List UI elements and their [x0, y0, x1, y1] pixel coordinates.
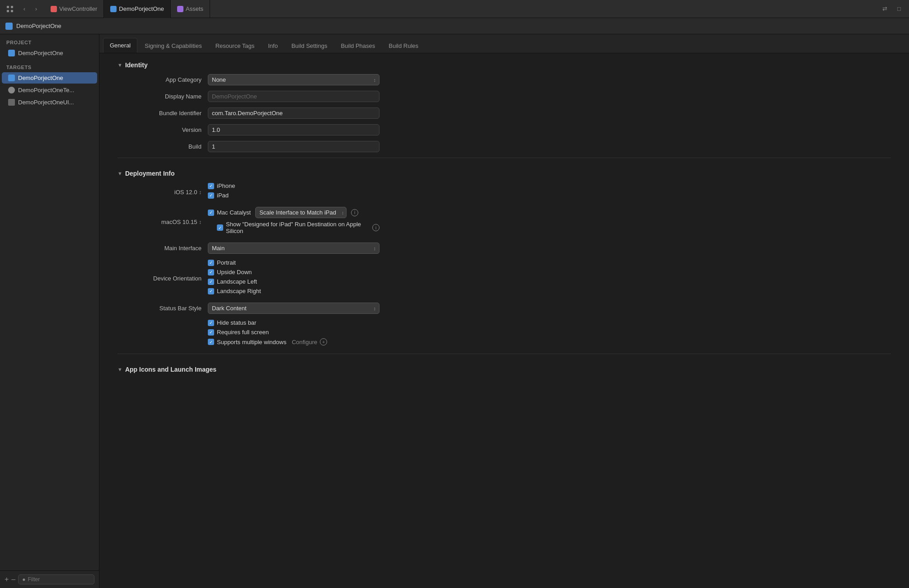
ios-devices-control: ✓ iPhone ✓ iPad [208, 182, 380, 201]
device-orientation-control: ✓ Portrait ✓ Upside Down ✓ Landscape Lef… [208, 259, 380, 297]
sidebar-target-2-label: DemoPorjectOneUI... [18, 99, 74, 106]
tab-demoporjectone[interactable]: DemoPorjectOne [104, 0, 171, 18]
hide-status-bar-control: ✓ Hide status bar ✓ Requires full screen… [208, 319, 380, 348]
main-interface-select[interactable]: Main LaunchScreen [208, 243, 380, 254]
hide-status-bar-row: ✓ Hide status bar ✓ Requires full screen… [117, 319, 891, 348]
scale-interface-wrapper: Scale Interface to Match iPad Optimize I… [253, 207, 347, 218]
tab-build-phases[interactable]: Build Phases [334, 39, 381, 53]
sidebar-bottom: + – ● [0, 570, 99, 588]
tab-build-settings[interactable]: Build Settings [285, 39, 334, 53]
status-bar-style-select[interactable]: Dark Content Default Light Content [208, 303, 380, 314]
deployment-section-header[interactable]: ▼ Deployment Info [117, 162, 891, 182]
tabs-bar: General Signing & Capabilities Resource … [99, 34, 909, 53]
sidebar-remove-button[interactable]: – [11, 575, 15, 583]
display-name-label: Display Name [117, 93, 208, 100]
sidebar-project-label: DemoPorjectOne [18, 50, 63, 56]
tab-assets[interactable]: Assets [171, 0, 210, 18]
tab-info[interactable]: Info [262, 39, 284, 53]
bundle-identifier-control [208, 107, 380, 119]
iphone-label: iPhone [217, 182, 235, 189]
main-interface-row: Main Interface Main LaunchScreen ↕ [117, 243, 891, 254]
sidebar-filter[interactable]: ● [18, 574, 94, 584]
iphone-row: ✓ iPhone [208, 182, 380, 189]
portrait-row: ✓ Portrait [208, 259, 380, 266]
tab-assets-icon [177, 6, 183, 12]
macos-control: ✓ Mac Catalyst Scale Interface to Match … [208, 207, 380, 237]
display-name-row: Display Name [117, 91, 891, 102]
swap-icon[interactable]: ⇄ [878, 3, 891, 15]
tab-signing[interactable]: Signing & Capabilities [138, 39, 208, 53]
main-interface-label: Main Interface [117, 245, 208, 252]
designed-for-ipad-label: Show "Designed for iPad" Run Destination… [226, 221, 368, 234]
sidebar: PROJECT DemoPorjectOne TARGETS DemoPorje… [0, 34, 99, 588]
scale-interface-select[interactable]: Scale Interface to Match iPad Optimize I… [255, 207, 347, 218]
forward-button[interactable]: › [31, 4, 42, 14]
deployment-divider [117, 354, 891, 354]
split-icon[interactable]: □ [893, 3, 905, 15]
sidebar-add-button[interactable]: + [5, 575, 9, 583]
mac-catalyst-row: ✓ Mac Catalyst Scale Interface to Match … [208, 207, 380, 218]
tab-assets-label: Assets [186, 5, 203, 12]
targets-section-header: TARGETS [0, 59, 99, 72]
designed-for-ipad-row: ✓ Show "Designed for iPad" Run Destinati… [208, 221, 380, 234]
project-section-header: PROJECT [0, 34, 99, 47]
app-header: DemoPorjectOne [0, 18, 909, 34]
iphone-checkbox[interactable]: ✓ [208, 183, 214, 189]
identity-section-header[interactable]: ▼ Identity [117, 53, 891, 74]
device-orientation-row: Device Orientation ✓ Portrait ✓ Upside D… [117, 259, 891, 297]
build-control [208, 141, 380, 152]
supports-multiple-windows-checkbox[interactable]: ✓ [208, 339, 214, 345]
hide-status-bar-check-row: ✓ Hide status bar [208, 319, 380, 326]
app-header-icon [5, 23, 13, 30]
tab-viewcontroller[interactable]: ViewController [44, 0, 104, 18]
configure-label: Configure [292, 339, 317, 345]
app-category-select[interactable]: None BusinessDeveloper ToolsEducation [208, 74, 380, 85]
ipad-label: iPad [217, 192, 229, 199]
app-icons-chevron: ▼ [117, 367, 122, 372]
landscape-right-checkbox[interactable]: ✓ [208, 288, 214, 294]
sidebar-item-target-2[interactable]: DemoPorjectOneUI... [2, 97, 97, 108]
designed-for-ipad-info-icon[interactable]: i [372, 224, 380, 231]
configure-circle-icon[interactable]: + [320, 338, 327, 345]
app-icons-title: App Icons and Launch Images [125, 366, 216, 373]
content-scroll: ▼ Identity App Category None BusinessDev… [99, 53, 909, 397]
requires-full-screen-checkbox[interactable]: ✓ [208, 329, 214, 336]
app-category-control: None BusinessDeveloper ToolsEducation ↕ [208, 74, 380, 85]
portrait-checkbox[interactable]: ✓ [208, 260, 214, 266]
app-category-row: App Category None BusinessDeveloper Tool… [117, 74, 891, 85]
status-bar-style-control: Dark Content Default Light Content ↕ [208, 303, 380, 314]
sidebar-item-target-1[interactable]: DemoPorjectOneTe... [2, 84, 97, 96]
sidebar-item-target-0[interactable]: DemoPorjectOne [2, 72, 97, 84]
display-name-control [208, 91, 380, 102]
landscape-right-label: Landscape Right [217, 288, 261, 294]
mac-catalyst-checkbox[interactable]: ✓ [208, 210, 214, 216]
designed-for-ipad-checkbox[interactable]: ✓ [217, 224, 223, 231]
version-input[interactable] [208, 124, 380, 135]
svg-rect-3 [11, 10, 13, 12]
upside-down-checkbox[interactable]: ✓ [208, 269, 214, 275]
app-category-select-wrapper: None BusinessDeveloper ToolsEducation ↕ [208, 74, 380, 85]
ipad-row: ✓ iPad [208, 192, 380, 199]
mac-catalyst-label: Mac Catalyst [217, 209, 251, 216]
version-control [208, 124, 380, 135]
grid-icon[interactable] [4, 3, 16, 15]
status-bar-style-row: Status Bar Style Dark Content Default Li… [117, 303, 891, 314]
filter-input[interactable] [28, 576, 91, 583]
landscape-left-checkbox[interactable]: ✓ [208, 279, 214, 285]
target-2-icon [8, 99, 15, 106]
tab-build-rules[interactable]: Build Rules [382, 39, 425, 53]
sidebar-item-project[interactable]: DemoPorjectOne [2, 47, 97, 59]
macos-label: macOS 10.15 ↕ [117, 219, 208, 225]
bundle-identifier-input[interactable] [208, 107, 380, 119]
svg-rect-0 [7, 6, 9, 8]
tab-general[interactable]: General [103, 38, 137, 53]
hide-status-bar-checkbox[interactable]: ✓ [208, 320, 214, 326]
scale-interface-info-icon[interactable]: i [351, 209, 358, 216]
tab-resource-tags[interactable]: Resource Tags [209, 39, 261, 53]
app-icons-section-header[interactable]: ▼ App Icons and Launch Images [117, 358, 891, 378]
supports-multiple-windows-row: ✓ Supports multiple windows Configure + [208, 338, 380, 345]
build-input[interactable] [208, 141, 380, 152]
ipad-checkbox[interactable]: ✓ [208, 192, 214, 199]
back-button[interactable]: ‹ [19, 4, 30, 14]
display-name-input[interactable] [208, 91, 380, 102]
